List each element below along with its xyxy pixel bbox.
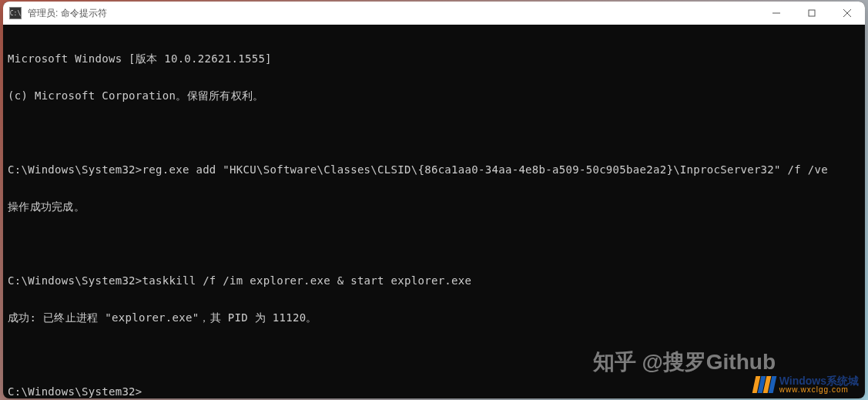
terminal-line: [8, 237, 860, 250]
cmd-icon: C:\: [9, 7, 22, 19]
terminal-output[interactable]: Microsoft Windows [版本 10.0.22621.1555] (…: [3, 25, 865, 398]
terminal-line: (c) Microsoft Corporation。保留所有权利。: [8, 89, 860, 102]
cmd-window: C:\ 管理员: 命令提示符 Microsoft Windows [版本 10.…: [3, 2, 865, 398]
terminal-line: [8, 348, 860, 361]
minimize-button[interactable]: [759, 2, 794, 25]
terminal-line: 操作成功完成。: [8, 200, 860, 213]
terminal-line: Microsoft Windows [版本 10.0.22621.1555]: [8, 52, 860, 65]
maximize-button[interactable]: [794, 2, 829, 25]
close-button[interactable]: [829, 2, 865, 25]
maximize-icon: [808, 9, 816, 17]
window-controls: [759, 2, 865, 25]
terminal-line: [8, 126, 860, 139]
window-title: 管理员: 命令提示符: [28, 7, 107, 20]
terminal-prompt: C:\Windows\System32>: [8, 385, 860, 398]
terminal-line: C:\Windows\System32>taskkill /f /im expl…: [8, 274, 860, 287]
terminal-line: C:\Windows\System32>reg.exe add "HKCU\So…: [8, 163, 860, 176]
minimize-icon: [772, 9, 780, 17]
svg-rect-1: [809, 10, 815, 16]
terminal-line: 成功: 已终止进程 "explorer.exe"，其 PID 为 11120。: [8, 311, 860, 324]
close-icon: [843, 9, 851, 17]
titlebar[interactable]: C:\ 管理员: 命令提示符: [3, 2, 865, 25]
